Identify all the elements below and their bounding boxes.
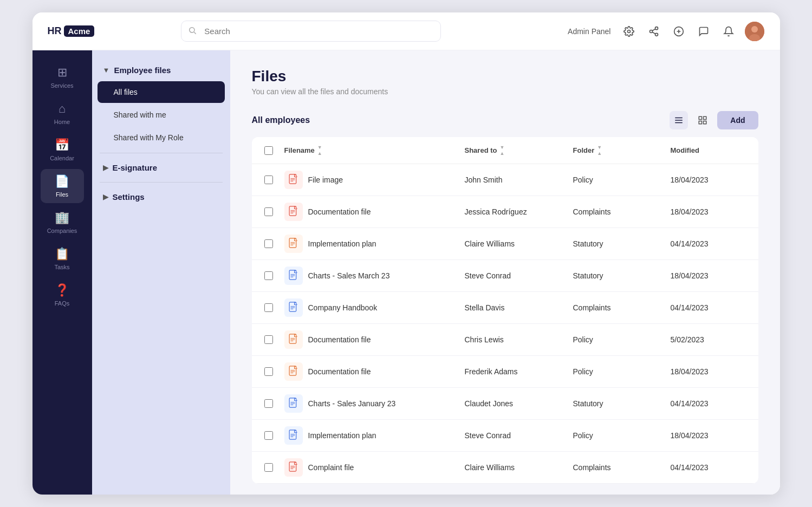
row-folder: Policy bbox=[569, 425, 666, 446]
files-icon: 📄 bbox=[55, 174, 69, 188]
tasks-icon: 📋 bbox=[55, 247, 69, 261]
sidebar-item-label-home: Home bbox=[54, 119, 70, 125]
row-checkbox-cell bbox=[257, 265, 280, 287]
nav-item-all-files[interactable]: All files bbox=[98, 81, 225, 103]
content-area: Files You can view all the files and doc… bbox=[230, 50, 780, 495]
topbar-right: Admin Panel bbox=[568, 22, 764, 41]
list-view-icon[interactable] bbox=[670, 111, 688, 129]
row-shared-to: Stella Davis bbox=[460, 297, 569, 318]
companies-icon: 🏢 bbox=[55, 211, 69, 225]
svg-rect-18 bbox=[704, 116, 706, 119]
row-checkbox-1[interactable] bbox=[264, 207, 273, 216]
file-icon bbox=[284, 235, 303, 253]
row-checkbox-7[interactable] bbox=[264, 399, 273, 408]
table-body: File image John Smith Policy 18/04/2023 … bbox=[252, 164, 758, 484]
message-icon[interactable] bbox=[695, 23, 712, 40]
topbar: HR Acme Admin Panel bbox=[33, 12, 780, 50]
avatar[interactable] bbox=[745, 22, 764, 41]
sidebar-item-label-calendar: Calendar bbox=[50, 155, 74, 161]
row-checkbox-cell bbox=[257, 361, 280, 382]
sidebar-item-faqs[interactable]: ❓ FAQs bbox=[41, 278, 84, 312]
row-folder: Statutory bbox=[569, 233, 666, 255]
sidebar-item-label-faqs: FAQs bbox=[55, 300, 70, 307]
row-checkbox-cell bbox=[257, 297, 280, 318]
row-folder: Policy bbox=[569, 361, 666, 382]
page-subtitle: You can view all the files and documents bbox=[252, 87, 758, 96]
sidebar-item-companies[interactable]: 🏢 Companies bbox=[41, 205, 84, 239]
row-checkbox-3[interactable] bbox=[264, 271, 273, 280]
svg-rect-19 bbox=[699, 121, 702, 124]
row-filename-cell: Documentation file bbox=[280, 196, 460, 227]
row-modified: 04/14/2023 bbox=[666, 393, 753, 414]
row-checkbox-4[interactable] bbox=[264, 303, 273, 312]
row-shared-to: John Smith bbox=[460, 169, 569, 191]
files-section-title: All employees bbox=[252, 115, 310, 125]
row-checkbox-2[interactable] bbox=[264, 239, 273, 248]
calendar-icon: 📅 bbox=[55, 138, 69, 152]
row-checkbox-9[interactable] bbox=[264, 463, 273, 472]
settings-icon[interactable] bbox=[620, 23, 638, 40]
row-shared-to: Steve Conrad bbox=[460, 425, 569, 446]
sidebar-item-employee-files[interactable]: ▼ Employee files bbox=[92, 60, 230, 80]
row-modified: 18/04/2023 bbox=[666, 169, 753, 191]
row-modified: 18/04/2023 bbox=[666, 265, 753, 287]
svg-rect-20 bbox=[704, 121, 706, 124]
table-row: Documentation file Frederik Adams Policy… bbox=[252, 356, 758, 388]
row-checkbox-6[interactable] bbox=[264, 367, 273, 376]
row-filename-cell: Documentation file bbox=[280, 324, 460, 355]
search-input[interactable] bbox=[181, 21, 441, 42]
row-modified: 04/14/2023 bbox=[666, 297, 753, 318]
nav-item-shared-with-me[interactable]: Shared with me bbox=[98, 104, 225, 126]
row-checkbox-cell bbox=[257, 233, 280, 255]
logo-hr: HR bbox=[48, 25, 62, 37]
col-filename: Filename ▼▲ bbox=[280, 137, 460, 164]
row-checkbox-cell bbox=[257, 425, 280, 446]
sidebar-item-home[interactable]: ⌂ Home bbox=[41, 96, 84, 131]
row-folder: Policy bbox=[569, 169, 666, 191]
filename: Charts - Sales March 23 bbox=[308, 271, 390, 280]
filename: Implementation plan bbox=[308, 239, 376, 248]
sort-icons-shared[interactable]: ▼▲ bbox=[499, 145, 504, 156]
row-modified: 18/04/2023 bbox=[666, 425, 753, 446]
svg-point-5 bbox=[655, 33, 658, 36]
add-button[interactable]: Add bbox=[717, 111, 758, 129]
col-shared-to: Shared to ▼▲ bbox=[460, 137, 569, 164]
row-filename-cell: Complaint file bbox=[280, 452, 460, 483]
table-row: Documentation file Chris Lewis Policy 5/… bbox=[252, 324, 758, 356]
row-checkbox-5[interactable] bbox=[264, 335, 273, 344]
table-row: Implementation plan Claire Williams Stat… bbox=[252, 228, 758, 260]
svg-point-2 bbox=[628, 30, 631, 32]
nav-divider-2 bbox=[100, 182, 223, 183]
row-folder: Complaints bbox=[569, 201, 666, 223]
grid-view-icon[interactable] bbox=[693, 111, 712, 129]
add-circle-icon[interactable] bbox=[670, 23, 687, 40]
bell-icon[interactable] bbox=[720, 23, 737, 40]
files-header-actions: Add bbox=[670, 111, 758, 129]
app-logo: HR Acme bbox=[48, 25, 113, 37]
sidebar-item-calendar[interactable]: 📅 Calendar bbox=[41, 133, 84, 167]
row-folder: Complaints bbox=[569, 297, 666, 318]
sidebar-item-files[interactable]: 📄 Files bbox=[41, 169, 84, 203]
file-icon bbox=[284, 330, 303, 349]
sidebar-item-services[interactable]: ⊞ Services bbox=[41, 60, 84, 94]
sidebar-item-settings[interactable]: ▶ Settings bbox=[92, 187, 230, 207]
svg-point-0 bbox=[190, 27, 194, 32]
sort-icons-folder[interactable]: ▼▲ bbox=[597, 145, 602, 156]
row-modified: 18/04/2023 bbox=[666, 201, 753, 223]
file-icon bbox=[284, 362, 303, 381]
row-folder: Policy bbox=[569, 329, 666, 350]
filename: Complaint file bbox=[308, 463, 354, 472]
sidebar-item-e-signature[interactable]: ▶ E-signature bbox=[92, 158, 230, 178]
row-filename-cell: Implementation plan bbox=[280, 420, 460, 451]
select-all-checkbox[interactable] bbox=[264, 146, 273, 155]
row-checkbox-0[interactable] bbox=[264, 176, 273, 184]
chevron-right-icon: ▶ bbox=[103, 164, 108, 172]
employee-files-label: Employee files bbox=[114, 66, 171, 75]
share-icon[interactable] bbox=[645, 23, 662, 40]
sidebar-item-tasks[interactable]: 📋 Tasks bbox=[41, 242, 84, 276]
row-modified: 04/14/2023 bbox=[666, 233, 753, 255]
row-modified: 5/02/2023 bbox=[666, 329, 753, 350]
sort-icons-filename[interactable]: ▼▲ bbox=[317, 145, 322, 156]
row-checkbox-8[interactable] bbox=[264, 431, 273, 440]
nav-item-shared-with-role[interactable]: Shared with My Role bbox=[98, 127, 225, 148]
